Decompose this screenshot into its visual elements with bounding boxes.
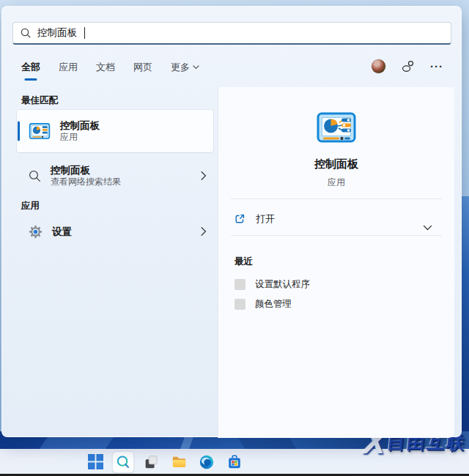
best-match-subtitle: 应用: [60, 132, 100, 143]
open-label: 打开: [256, 212, 275, 226]
more-options-icon[interactable]: ···: [430, 63, 443, 70]
chevron-right-icon: [201, 171, 207, 181]
search-icon: [115, 454, 131, 470]
taskbar-task-view-button[interactable]: [140, 451, 162, 473]
taskbar-search-button[interactable]: [112, 451, 134, 473]
preview-subtitle: 应用: [218, 176, 454, 189]
tab-all[interactable]: 全部: [21, 61, 40, 74]
search-icon: [29, 170, 41, 182]
apps-section-header: 应用: [21, 200, 40, 212]
tab-more[interactable]: 更多: [171, 61, 199, 74]
recent-item-default-programs[interactable]: 设置默认程序: [234, 276, 310, 292]
control-panel-icon-small: [29, 120, 51, 142]
best-match-title: 控制面板: [60, 119, 100, 132]
search-input[interactable]: 控制面板: [12, 22, 451, 45]
suggestion-title: 控制面板: [51, 164, 121, 176]
open-action[interactable]: 打开: [234, 208, 275, 230]
chevron-right-icon: [201, 227, 207, 237]
search-header-icons: ···: [372, 59, 443, 73]
recent-item-placeholder-icon: [234, 279, 245, 290]
user-avatar[interactable]: [372, 59, 385, 73]
divider: [231, 198, 442, 199]
tab-apps[interactable]: 应用: [59, 61, 78, 74]
tab-label: 网页: [133, 61, 152, 74]
best-match-header: 最佳匹配: [21, 94, 58, 107]
web-search-suggestion[interactable]: 控制面板 查看网络搜索结果: [17, 160, 213, 192]
tab-label: 应用: [59, 61, 78, 74]
preview-pane: 控制面板 应用 打开 最近 设置默认程序 颜色: [218, 87, 454, 438]
taskbar-file-explorer-button[interactable]: [168, 451, 190, 473]
search-options-icon[interactable]: [401, 59, 415, 73]
edge-icon: [199, 454, 215, 470]
search-query-text: 控制面板: [37, 26, 77, 40]
folder-icon: [171, 453, 188, 470]
taskbar-edge-button[interactable]: [196, 451, 218, 473]
recent-item-label: 颜色管理: [255, 298, 292, 310]
tab-web[interactable]: 网页: [133, 61, 152, 74]
gear-icon: [29, 225, 43, 239]
tab-label: 文档: [96, 61, 115, 74]
windows-icon: [88, 454, 103, 469]
open-external-icon: [234, 213, 245, 225]
settings-label: 设置: [52, 226, 72, 238]
control-panel-icon-large: [316, 107, 357, 148]
microsoft-store-icon: [226, 454, 243, 470]
preview-title: 控制面板: [218, 157, 454, 171]
chevron-down-icon: [193, 65, 199, 70]
search-icon: [21, 28, 31, 38]
divider: [231, 235, 442, 236]
recent-item-label: 设置默认程序: [255, 278, 310, 291]
task-view-icon: [143, 454, 159, 470]
selection-accent-bar: [18, 122, 20, 141]
tab-documents[interactable]: 文档: [96, 61, 115, 74]
taskbar-store-button[interactable]: [224, 451, 245, 473]
suggestion-subtitle: 查看网络搜索结果: [51, 176, 121, 187]
best-match-result[interactable]: 控制面板 应用: [17, 110, 213, 152]
tab-label: 全部: [21, 61, 40, 74]
taskbar-start-button[interactable]: [84, 451, 106, 473]
tab-label: 更多: [171, 61, 190, 74]
recent-section-header: 最近: [234, 256, 253, 268]
settings-app-item[interactable]: 设置: [17, 218, 213, 245]
text-cursor: [84, 27, 85, 39]
search-flyout-panel: 控制面板 应用 打开 最近 设置默认程序 颜色: [1, 6, 462, 437]
recent-item-color-management[interactable]: 颜色管理: [234, 296, 292, 312]
search-filter-tabs: 全部 应用 文档 网页 更多: [21, 61, 199, 74]
chevron-down-icon[interactable]: [423, 225, 432, 231]
wallpaper-facet: [237, 436, 298, 450]
recent-item-placeholder-icon: [234, 299, 245, 310]
